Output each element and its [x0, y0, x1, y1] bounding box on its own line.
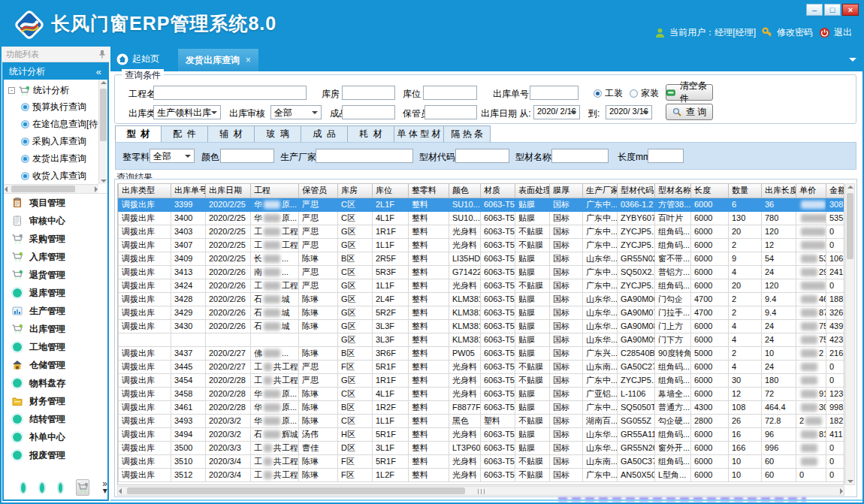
sidebar-section-header[interactable]: 统计分析 «	[4, 64, 107, 80]
order-no-input[interactable]	[530, 86, 579, 100]
scroll-up-icon[interactable]	[847, 186, 853, 189]
location-input[interactable]	[423, 86, 477, 100]
column-header-数量[interactable]: 数量	[729, 184, 762, 198]
close-button[interactable]: ×	[842, 4, 859, 16]
sidebar-group-入库管理[interactable]: 入库管理	[4, 248, 107, 266]
tree-item-预算执行查询[interactable]: 预算执行查询	[4, 98, 107, 116]
clear-conditions-button[interactable]: 清空条件	[666, 84, 713, 101]
column-header-出库单号[interactable]: 出库单号	[171, 184, 206, 198]
table-row[interactable]: 调拨出库34452020/2/27工共工程严思F区5R1F整料光身料6063-T…	[119, 360, 845, 373]
scroll-up-icon[interactable]	[101, 81, 107, 84]
more-options-button[interactable]: »▾	[102, 481, 107, 494]
material-tab-单体型材[interactable]: 单 体 型 材	[394, 125, 444, 143]
project-name-input[interactable]	[153, 86, 307, 100]
sidebar-group-工地管理[interactable]: 工地管理	[4, 338, 107, 356]
table-row[interactable]: 调拨出库35122020/3/4工共工程陈琳F区1L2F整料光身料6063-T5…	[119, 468, 845, 481]
material-tab-成品[interactable]: 成 品	[301, 125, 348, 143]
length-input[interactable]	[648, 149, 684, 163]
date-from-picker[interactable]: 2020/ 2/16	[533, 105, 580, 119]
column-header-工程[interactable]: 工程	[251, 184, 299, 198]
column-header-整零料[interactable]: 整零料	[409, 184, 449, 198]
column-header-出库类型[interactable]: 出库类型	[119, 184, 171, 198]
sidebar-group-审核中心[interactable]: 审核中心	[4, 212, 107, 230]
table-row[interactable]: 调拨出库34092020/2/25长...陈琳B区2R5F整料LI35HD606…	[119, 252, 845, 265]
tab-close-icon[interactable]: ×	[246, 55, 251, 65]
table-row[interactable]: 调拨出库34072020/2/25工工程严思G区1L1F整料光身料6063-T5…	[119, 238, 845, 252]
column-header-型材代码[interactable]: 型材代码	[618, 184, 655, 198]
tree-horizontal-scrollbar[interactable]	[4, 184, 98, 193]
table-row[interactable]: G区3L3F整料KLM38176063-T5贴膜国标山东华...GA90M09.…	[119, 333, 845, 346]
sidebar-group-报废管理[interactable]: 报废管理	[4, 446, 107, 464]
material-tab-玻璃[interactable]: 玻 璃	[255, 125, 301, 143]
table-horizontal-scrollbar[interactable]	[117, 486, 844, 496]
manufacturer-input[interactable]	[316, 149, 413, 163]
product-type-input[interactable]	[342, 105, 395, 119]
column-header-长度[interactable]: 长度	[691, 184, 729, 198]
scroll-down-icon[interactable]	[101, 180, 107, 183]
sidebar-group-出库管理[interactable]: 出库管理	[4, 320, 107, 338]
maximize-button[interactable]: □	[824, 4, 841, 16]
tree-item-发货出库查询[interactable]: 发货出库查询	[4, 150, 107, 167]
tree-item-在途信息查询[待[interactable]: 在途信息查询[待	[4, 116, 107, 133]
tree-expander-icon[interactable]: -	[8, 87, 15, 94]
column-header-表面处理[interactable]: 表面处理	[515, 184, 550, 198]
scroll-left-icon[interactable]	[119, 488, 122, 494]
table-row[interactable]: 调拨出库34282020/2/26石城陈琳G区2L4F整料KLM38176063…	[119, 292, 845, 306]
profile-code-input[interactable]	[455, 149, 509, 163]
sidebar-group-生产管理[interactable]: 生产管理	[4, 302, 107, 320]
sidebar-group-财务管理[interactable]: 财务管理	[4, 392, 107, 410]
tab-home[interactable]: 起始页	[116, 53, 159, 65]
color-input[interactable]	[220, 149, 274, 163]
quick-circle-icon[interactable]	[21, 483, 26, 493]
warehouse-input[interactable]	[342, 86, 395, 100]
tree-item-收货入库查询[interactable]: 收货入库查询	[4, 167, 107, 185]
tree-vertical-scrollbar[interactable]	[98, 80, 107, 184]
scroll-left-icon[interactable]	[5, 186, 8, 192]
material-tab-隔热条[interactable]: 隔 热 条	[444, 125, 491, 143]
sidebar-group-仓储管理[interactable]: 仓储管理	[4, 356, 107, 374]
quick-circle-icon[interactable]	[59, 483, 63, 493]
radio-gongzhuang[interactable]: 工装	[594, 87, 623, 100]
search-button[interactable]: 查 询	[666, 104, 713, 120]
tree-root[interactable]: - 统计分析	[4, 80, 107, 98]
sidebar-group-补单中心[interactable]: 补单中心	[4, 428, 107, 446]
table-row[interactable]: 调拨出库34542020/2/28工共工程严思G区1R1F整料光身料6063-T…	[119, 373, 845, 387]
table-vertical-scrollbar[interactable]	[845, 183, 855, 485]
pin-icon[interactable]	[98, 50, 106, 59]
material-tab-辅材[interactable]: 辅 材	[208, 125, 255, 143]
date-to-picker[interactable]: 2020/ 3/16	[606, 105, 652, 119]
table-row[interactable]: 调拨出库34032020/2/25工工程严思G区1R1F整料光身料6063-T5…	[119, 225, 845, 238]
table-row[interactable]: 调拨出库33992020/2/25华原...严思C区2L1F整料SU10...6…	[119, 198, 845, 211]
out-type-combo[interactable]: 生产领料出库	[153, 105, 221, 119]
scroll-down-icon[interactable]	[847, 480, 853, 483]
table-row[interactable]: 调拨出库34292020/2/26石城陈琳G区5R2F整料KLM38176063…	[119, 306, 845, 319]
column-header-膜厚[interactable]: 膜厚	[550, 184, 583, 198]
scroll-right-icon[interactable]	[840, 488, 843, 494]
sidebar-group-结转管理[interactable]: 结转管理	[4, 410, 107, 428]
sidebar-group-项目管理[interactable]: 项目管理	[4, 194, 107, 212]
table-row[interactable]: 调拨出库34002020/2/25华原...严思C区4L1F整料SU10...6…	[119, 211, 845, 225]
profile-name-input[interactable]	[551, 149, 609, 163]
scroll-right-icon[interactable]	[95, 186, 98, 192]
column-header-型材名称[interactable]: 型材名称	[655, 184, 691, 198]
table-row[interactable]: 调拨出库34242020/2/26工工程严思G区1L1F整料光身料6063-T5…	[119, 279, 845, 292]
material-tab-型材[interactable]: 型 材	[115, 125, 162, 143]
tab-active[interactable]: 发货出库查询 ×	[178, 49, 258, 71]
column-header-金额[interactable]: 金额	[826, 184, 845, 198]
whole-part-combo[interactable]: 全部	[150, 149, 195, 163]
sidebar-group-采购管理[interactable]: 采购管理	[4, 230, 107, 248]
column-header-颜色[interactable]: 颜色	[449, 184, 481, 198]
column-header-单价[interactable]: 单价	[796, 184, 826, 198]
audit-combo[interactable]: 全部	[270, 105, 322, 119]
column-header-库位[interactable]: 库位	[373, 184, 409, 198]
table-row[interactable]: 调拨出库35002020/3/3工共工程曹佳D区3L1F整料LT3P606063…	[119, 441, 845, 454]
table-row[interactable]: 调拨出库34132020/2/26南...严思C区5R3F整料G71422606…	[119, 265, 845, 279]
tab-list-chevron-icon[interactable]	[849, 58, 856, 65]
radio-jiazhuang[interactable]: 家装	[630, 87, 659, 100]
logout-button[interactable]: 退出	[819, 26, 852, 39]
change-password-button[interactable]: 修改密码	[762, 26, 813, 39]
table-row[interactable]: 调拨出库34372020/2/27佛...陈琳B区3R6F整料PW056063-…	[119, 346, 845, 360]
table-row[interactable]: 调拨出库35102020/3/4工共工程陈琳F区5R1F整料光身料6063-T5…	[119, 454, 845, 468]
sidebar-group-退货管理[interactable]: 退货管理	[4, 266, 107, 284]
column-header-出库日期[interactable]: 出库日期	[206, 184, 251, 198]
